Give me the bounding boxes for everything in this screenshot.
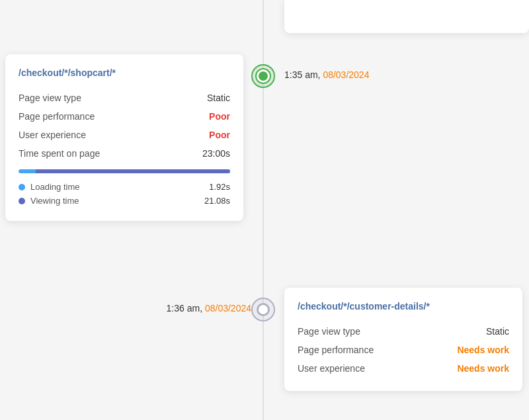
card-1-progress-viewing — [36, 169, 230, 173]
card-2-value-user-experience: Needs work — [457, 363, 509, 374]
timeline-line — [263, 0, 264, 420]
card-1-legend-viewing-value: 21.08s — [204, 196, 230, 206]
card-1-label-user-experience: User experience — [19, 130, 86, 140]
card-1: /checkout/*/shopcart/* Page view type St… — [5, 54, 243, 221]
timestamp-1-time: 1:35 am, — [284, 69, 320, 80]
card-top-fragment — [284, 0, 529, 33]
timestamp-1: 1:35 am, 08/03/2024 — [284, 69, 369, 80]
card-1-row-page-performance: Page performance Poor — [19, 107, 230, 126]
card-1-url: /checkout/*/shopcart/* — [19, 67, 230, 78]
card-1-label-page-performance: Page performance — [19, 111, 95, 122]
card-2-row-page-performance: Page performance Needs work — [298, 341, 509, 359]
card-1-progress-bar — [19, 169, 230, 173]
card-2: /checkout/*/customer-details/* Page view… — [284, 288, 522, 391]
card-1-legend-viewing: Viewing time 21.08s — [19, 194, 230, 208]
card-2-value-page-view-type: Static — [486, 326, 509, 337]
card-1-row-page-view-type: Page view type Static — [19, 89, 230, 107]
timeline-node-1 — [251, 64, 275, 88]
card-1-value-page-performance: Poor — [209, 111, 230, 122]
card-1-legend-viewing-label: Viewing time — [30, 196, 79, 206]
card-2-row-user-experience: User experience Needs work — [298, 359, 509, 378]
loading-dot-icon — [19, 184, 25, 190]
timestamp-2: 1:36 am, 08/03/2024 — [167, 303, 251, 314]
card-1-value-user-experience: Poor — [209, 130, 230, 140]
card-1-legend-loading: Loading time 1.92s — [19, 180, 230, 194]
card-2-url: /checkout/*/customer-details/* — [298, 301, 509, 312]
card-1-row-time-spent: Time spent on page 23:00s — [19, 144, 230, 163]
card-2-value-page-performance: Needs work — [457, 345, 509, 355]
card-1-value-time-spent: 23:00s — [202, 148, 230, 159]
timeline-container: 1:35 am, 08/03/2024 1:36 am, 08/03/2024 … — [0, 0, 529, 420]
card-1-label-page-view-type: Page view type — [19, 93, 81, 103]
timestamp-2-time: 1:36 am, — [167, 303, 202, 314]
timeline-node-2 — [251, 298, 275, 321]
card-1-progress-loading — [19, 169, 36, 173]
card-1-row-user-experience: User experience Poor — [19, 126, 230, 144]
card-2-label-page-view-type: Page view type — [298, 326, 360, 337]
timestamp-2-date: 08/03/2024 — [205, 303, 251, 314]
card-1-value-page-view-type: Static — [207, 93, 230, 103]
card-1-legend-loading-label: Loading time — [30, 182, 79, 192]
viewing-dot-icon — [19, 198, 25, 204]
timestamp-1-date: 08/03/2024 — [323, 69, 369, 80]
card-1-legend-loading-value: 1.92s — [209, 182, 230, 192]
card-2-label-page-performance: Page performance — [298, 345, 374, 355]
card-2-row-page-view-type: Page view type Static — [298, 322, 509, 341]
card-1-label-time-spent: Time spent on page — [19, 148, 100, 159]
card-2-label-user-experience: User experience — [298, 363, 365, 374]
